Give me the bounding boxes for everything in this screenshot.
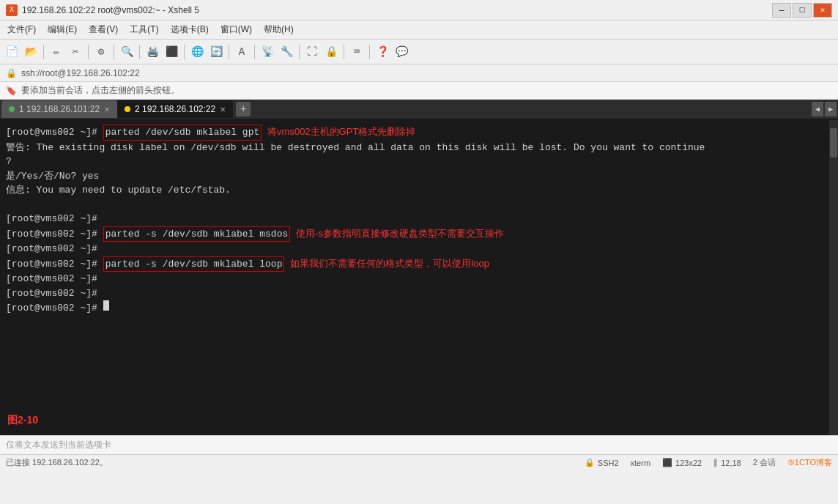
- menu-bar: 文件(F) 编辑(E) 查看(V) 工具(T) 选项卡(B) 窗口(W) 帮助(…: [0, 21, 838, 40]
- toolbar-separator-8: [299, 45, 300, 59]
- transfer1-button[interactable]: 📡: [259, 43, 276, 61]
- tab-next-button[interactable]: ▶: [825, 102, 837, 116]
- terminal-scrollbar[interactable]: [829, 120, 838, 435]
- address-text: ssh://root@192.168.26.102:22: [21, 68, 140, 78]
- tab-2[interactable]: 2 192.168.26.102:22 ✕: [117, 100, 233, 118]
- menu-window[interactable]: 窗口(W): [216, 22, 256, 37]
- bottom-bar-text: 仅将文本发送到当前选项卡: [6, 439, 111, 451]
- terminal-line-3: ?: [6, 155, 832, 169]
- maximize-button[interactable]: □: [793, 3, 812, 18]
- edit-button[interactable]: ✏️: [48, 43, 65, 61]
- info-bar: 🔖 要添加当前会话，点击左侧的箭头按钮。: [0, 82, 838, 100]
- refresh-button[interactable]: 🔄: [207, 43, 225, 61]
- terminal-line-7: [root@vms002 ~]# parted -s /dev/sdb mkla…: [6, 226, 832, 242]
- pos-label: 12,18: [721, 459, 741, 467]
- tab-2-label: 2 192.168.26.102:22: [135, 104, 215, 114]
- terminal-line-10: [root@vms002 ~]#: [6, 272, 832, 286]
- cmd-3: parted -s /dev/sdb mklabel loop: [103, 256, 285, 273]
- watermark-text: ⑤1CTO博客: [787, 457, 832, 468]
- figure-label: 图2-10: [7, 412, 38, 428]
- terminal-line-11: [root@vms002 ~]#: [6, 286, 832, 301]
- lock-icon: 🔒: [6, 68, 17, 78]
- globe-button[interactable]: 🌐: [188, 43, 206, 61]
- terminal-line-5: 信息: You may need to update /etc/fstab.: [6, 183, 832, 198]
- menu-view[interactable]: 查看(V): [84, 22, 122, 37]
- address-bar: 🔒 ssh://root@192.168.26.102:22: [0, 64, 838, 82]
- prompt-1: [root@vms002 ~]#: [6, 125, 103, 140]
- toolbar-separator-4: [139, 45, 140, 59]
- annotation-3: 如果我们不需要任何的格式类型，可以使用loop: [290, 256, 489, 271]
- fullscreen-button[interactable]: ⛶: [303, 43, 321, 61]
- menu-file[interactable]: 文件(F): [3, 22, 40, 37]
- yes-no-prompt: 是/Yes/否/No? yes: [6, 169, 99, 184]
- terminal-line-8: [root@vms002 ~]#: [6, 242, 832, 256]
- lock-button[interactable]: 🔒: [322, 43, 340, 61]
- prompt-8: [root@vms002 ~]#: [6, 301, 103, 316]
- cmd-2: parted -s /dev/sdb mklabel msdos: [103, 226, 291, 242]
- close-button[interactable]: ✕: [813, 3, 832, 18]
- protocol-label: SSH2: [598, 459, 619, 467]
- annotation-1: 将vms002主机的GPT格式先删除掉: [267, 125, 415, 139]
- watermark: ⑤1CTO博客: [787, 457, 832, 468]
- status-right: 🔒 SSH2 xterm ⬛ 123x22 ∥ 12,18 2 会话 ⑤1CTO…: [585, 457, 832, 468]
- layout-button[interactable]: ⬛: [163, 43, 180, 61]
- toolbar-separator-2: [88, 45, 89, 59]
- window-controls[interactable]: — □ ✕: [772, 3, 832, 18]
- menu-tools[interactable]: 工具(T): [125, 22, 163, 37]
- annotation-2: 使用-s参数指明直接修改硬盘类型不需要交互操作: [296, 226, 504, 241]
- session-count: 2 会话: [753, 457, 776, 468]
- terminal[interactable]: [root@vms002 ~]# parted /dev/sdb mklabel…: [0, 120, 838, 435]
- terminal-blank-1: [6, 198, 832, 212]
- cut-button[interactable]: ✂️: [67, 43, 84, 61]
- menu-edit[interactable]: 编辑(E): [43, 22, 81, 37]
- bottom-bar: 仅将文本发送到当前选项卡: [0, 435, 838, 454]
- terminal-line-9: [root@vms002 ~]# parted -s /dev/sdb mkla…: [6, 256, 832, 273]
- tab-navigation: ◀ ▶: [812, 102, 837, 116]
- tab-1-close-icon[interactable]: ✕: [104, 105, 110, 114]
- toolbar-separator-6: [229, 45, 229, 59]
- settings-button[interactable]: ⚙️: [92, 43, 110, 61]
- tab-prev-button[interactable]: ◀: [812, 102, 823, 116]
- cmd-1: parted /dev/sdb mklabel gpt: [103, 125, 262, 141]
- help-button[interactable]: ❓: [374, 43, 391, 61]
- minimize-button[interactable]: —: [772, 3, 791, 18]
- prompt-2: [root@vms002 ~]#: [6, 212, 97, 226]
- search-button[interactable]: 🔍: [118, 43, 136, 61]
- arrow-icon: 🔖: [6, 86, 17, 96]
- new-session-button[interactable]: 📄: [3, 43, 21, 61]
- scrollbar-thumb[interactable]: [830, 128, 837, 158]
- keyboard-button[interactable]: ⌨️: [348, 43, 366, 61]
- tab-1-status-dot: [9, 106, 15, 112]
- prompt-3: [root@vms002 ~]#: [6, 227, 103, 242]
- tab-2-status-dot: [125, 106, 130, 112]
- menu-tabs[interactable]: 选项卡(B): [166, 22, 213, 37]
- open-button[interactable]: 📂: [22, 43, 40, 61]
- tab-2-close-icon[interactable]: ✕: [220, 105, 226, 114]
- terminal-type: xterm: [631, 459, 651, 467]
- prompt-7: [root@vms002 ~]#: [6, 286, 97, 301]
- tab-1-label: 1 192.168.26.101:22: [19, 104, 100, 114]
- info-text: 要添加当前会话，点击左侧的箭头按钮。: [21, 84, 179, 97]
- menu-help[interactable]: 帮助(H): [259, 22, 298, 37]
- font-button[interactable]: A: [233, 43, 251, 61]
- terminal-line-12: [root@vms002 ~]#: [6, 300, 832, 316]
- toolbar: 📄 📂 ✏️ ✂️ ⚙️ 🔍 🖨️ ⬛ 🌐 🔄 A 📡 🔧 ⛶ 🔒 ⌨️ ❓ 💬: [0, 40, 838, 64]
- prompt-4: [root@vms002 ~]#: [6, 242, 97, 256]
- print-button[interactable]: 🖨️: [144, 43, 161, 61]
- tab-1[interactable]: 1 192.168.26.101:22 ✕: [1, 100, 117, 118]
- lock-status-icon: 🔒: [585, 458, 595, 467]
- new-tab-button[interactable]: +: [236, 102, 251, 116]
- prompt-5: [root@vms002 ~]#: [6, 257, 103, 272]
- toolbar-separator-5: [184, 45, 185, 59]
- status-bar: 已连接 192.168.26.102:22。 🔒 SSH2 xterm ⬛ 12…: [0, 454, 838, 470]
- size-icon: ⬛: [662, 458, 672, 467]
- terminal-line-2: 警告: The existing disk label on /dev/sdb …: [6, 141, 832, 155]
- terminal-line-4: 是/Yes/否/No? yes: [6, 169, 832, 184]
- chat-button[interactable]: 💬: [393, 43, 410, 61]
- toolbar-separator-3: [114, 45, 114, 59]
- continue-prompt: ?: [6, 155, 12, 169]
- terminal-cursor: [103, 300, 109, 311]
- toolbar-separator-9: [344, 45, 344, 59]
- transfer2-button[interactable]: 🔧: [278, 43, 295, 61]
- title-bar: X 192.168.26.102:22 root@vms002:~ - Xshe…: [0, 0, 838, 21]
